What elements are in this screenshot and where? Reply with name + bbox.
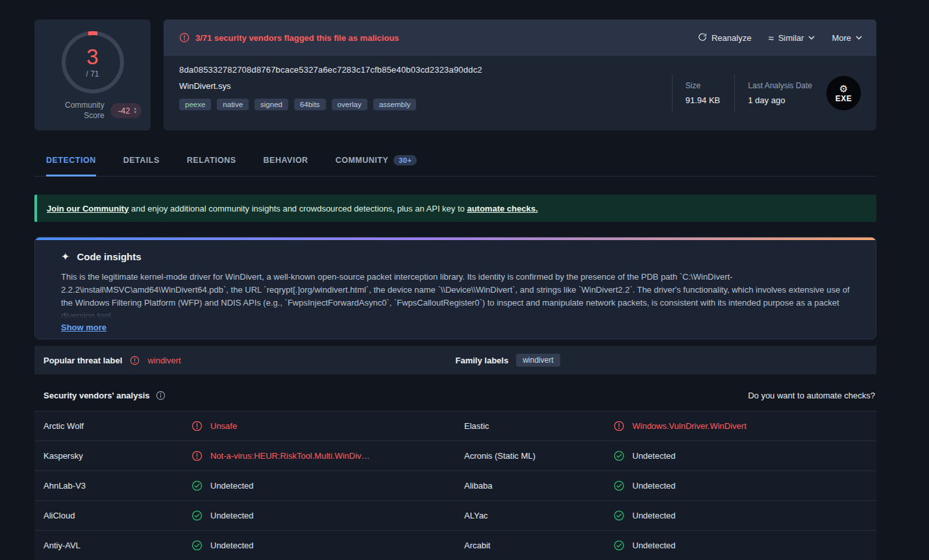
- show-more-link[interactable]: Show more: [61, 323, 106, 332]
- check-icon: [613, 450, 625, 461]
- score-widget: 3 / 71 Community Score -42 ▴▾: [34, 19, 151, 130]
- tag-signed[interactable]: signed: [254, 99, 288, 110]
- similar-button[interactable]: ≈ Similar: [768, 33, 815, 43]
- vendor-name: Elastic: [464, 421, 613, 431]
- tab-label: DETECTION: [46, 156, 96, 165]
- more-label: More: [832, 33, 851, 43]
- flag-message: 3/71 security vendors flagged this file …: [195, 33, 399, 43]
- tab-details[interactable]: DETAILS: [123, 155, 160, 177]
- similar-label: Similar: [778, 33, 804, 43]
- vendor-name: Antiy-AVL: [43, 541, 192, 550]
- vendor-result: Undetected: [192, 510, 464, 521]
- check-icon: [192, 510, 203, 521]
- alert-icon: [130, 356, 140, 365]
- community-score-label: Community Score: [58, 100, 105, 121]
- community-count-badge: 30+: [393, 155, 417, 165]
- tag-64bits[interactable]: 64bits: [294, 99, 326, 110]
- last-analysis-label: Last Analysis Date: [748, 81, 812, 90]
- vendor-result: Undetected: [192, 540, 464, 551]
- alert-icon: [179, 32, 190, 43]
- vendors-section-header: Security vendors' analysis Do you want t…: [34, 387, 876, 403]
- check-icon: [613, 510, 625, 521]
- tag-peexe[interactable]: peexe: [179, 99, 211, 110]
- vendor-result: Not-a-virus:HEUR:RiskTool.Multi.WinDiv…: [192, 450, 464, 461]
- vendor-result: Undetected: [613, 540, 876, 551]
- vendor-name: Kaspersky: [43, 451, 192, 461]
- filetype-label: EXE: [836, 94, 852, 103]
- info-icon[interactable]: [156, 391, 166, 400]
- automate-checks-prompt[interactable]: Do you want to automate checks?: [748, 391, 875, 400]
- family-labels-title: Family labels: [456, 356, 509, 365]
- tab-label: BEHAVIOR: [264, 156, 308, 165]
- size-stat: Size 91.94 KB: [672, 75, 721, 112]
- fade-overlay: [61, 304, 850, 319]
- vendor-result: Undetected: [613, 480, 876, 491]
- alert-icon: [613, 420, 625, 432]
- file-identity: 8da085332782708d8767bcace5327a6ec7283c17…: [164, 56, 672, 130]
- tab-detection[interactable]: DETECTION: [46, 155, 96, 177]
- tab-bar: DETECTION DETAILS RELATIONS BEHAVIOR COM…: [34, 155, 876, 177]
- tab-label: COMMUNITY: [336, 156, 389, 165]
- detections-count: 3: [86, 46, 98, 67]
- popular-threat-label-title: Popular threat label: [43, 356, 122, 365]
- automate-checks-link[interactable]: automate checks.: [467, 204, 538, 213]
- vendor-name: AliCloud: [43, 511, 192, 520]
- tab-community[interactable]: COMMUNITY 30+: [336, 155, 417, 177]
- table-row: AliCloud Undetected ALYac Undetected: [34, 501, 876, 531]
- code-insights-card: ✦ Code insights This is the legitimate k…: [34, 237, 876, 339]
- result-text: Undetected: [210, 511, 254, 520]
- result-text: Not-a-virus:HEUR:RiskTool.Multi.WinDiv…: [210, 451, 370, 461]
- file-tags: peexe native signed 64bits overlay assem…: [179, 99, 656, 110]
- vendor-result: Windows.VulnDriver.WinDivert: [613, 420, 876, 432]
- community-score-stepper[interactable]: -42 ▴▾: [110, 103, 142, 118]
- last-analysis-stat: Last Analysis Date 1 day ago: [734, 75, 812, 112]
- join-community-link[interactable]: Join our Community: [47, 204, 129, 213]
- vendors-title: Security vendors' analysis: [43, 391, 150, 400]
- sparkle-icon: ✦: [61, 250, 69, 263]
- community-score-row: Community Score -42 ▴▾: [43, 100, 142, 121]
- table-row: Antiy-AVL Undetected Arcabit Undetected: [34, 531, 876, 560]
- top-row: 3 / 71 Community Score -42 ▴▾: [34, 19, 876, 130]
- more-button[interactable]: More: [832, 33, 862, 43]
- alert-icon: [192, 420, 203, 432]
- code-insights-body-wrap: This is the legitimate kernel-mode drive…: [61, 271, 850, 319]
- vendor-result: Undetected: [192, 480, 464, 491]
- chevron-down-icon: [856, 36, 862, 40]
- family-label-chip[interactable]: windivert: [516, 354, 560, 367]
- file-header-card: 3/71 security vendors flagged this file …: [164, 19, 876, 130]
- result-text: Undetected: [210, 481, 254, 491]
- file-hash: 8da085332782708d8767bcace5327a6ec7283c17…: [179, 65, 656, 75]
- size-value: 91.94 KB: [686, 95, 721, 105]
- table-row: Kaspersky Not-a-virus:HEUR:RiskTool.Mult…: [34, 441, 876, 471]
- vendor-name: AhnLab-V3: [43, 481, 192, 491]
- code-insights-title: Code insights: [77, 251, 141, 262]
- tag-assembly[interactable]: assembly: [373, 99, 417, 110]
- refresh-icon: [698, 32, 707, 43]
- tab-behavior[interactable]: BEHAVIOR: [264, 155, 308, 177]
- popular-threat-label: Popular threat label windivert: [43, 356, 456, 365]
- table-row: Arctic Wolf Unsafe Elastic Windows.VulnD…: [34, 411, 876, 441]
- alert-icon: [192, 450, 203, 461]
- tab-relations[interactable]: RELATIONS: [187, 155, 236, 177]
- chevron-down-icon: [808, 36, 815, 40]
- vendor-name: Alibaba: [464, 481, 613, 491]
- gear-icon: ⚙: [839, 84, 848, 93]
- last-analysis-value: 1 day ago: [748, 95, 812, 105]
- code-insights-content: ✦ Code insights This is the legitimate k…: [35, 240, 876, 332]
- check-icon: [613, 480, 625, 491]
- size-label: Size: [686, 81, 721, 90]
- donut-inner: 3 / 71: [66, 35, 120, 90]
- result-text: Undetected: [632, 541, 676, 550]
- detections-total: / 71: [86, 69, 99, 79]
- popular-threat-value[interactable]: windivert: [147, 356, 180, 365]
- file-info: 8da085332782708d8767bcace5327a6ec7283c17…: [164, 56, 876, 130]
- tag-native[interactable]: native: [217, 99, 249, 110]
- stepper-arrows-icon[interactable]: ▴▾: [134, 106, 136, 114]
- result-text: Undetected: [210, 541, 254, 550]
- tag-overlay[interactable]: overlay: [332, 99, 367, 110]
- result-text: Windows.VulnDriver.WinDivert: [632, 421, 747, 431]
- vendor-name: Arcabit: [464, 541, 613, 550]
- reanalyze-button[interactable]: Reanalyze: [698, 32, 751, 43]
- community-score-value: -42: [118, 106, 130, 116]
- banner-text: and enjoy additional community insights …: [129, 204, 467, 213]
